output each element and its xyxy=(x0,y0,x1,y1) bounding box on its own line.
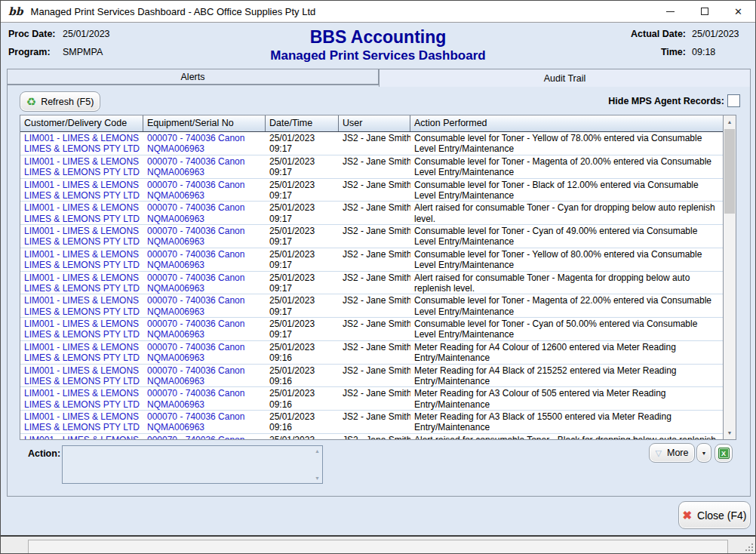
tab-alerts-label: Alerts xyxy=(181,72,205,82)
cell-action: Consumable level for Toner - Yellow of 7… xyxy=(410,132,723,155)
column-header-action[interactable]: Action Performed xyxy=(410,115,723,131)
table-body: LIM001 - LIMES & LEMONS LIMES & LEMONS P… xyxy=(20,132,723,439)
close-window-button[interactable]: ✕ xyxy=(721,1,755,22)
table-scrollbar[interactable]: ▲ ▼ xyxy=(723,115,736,439)
scroll-up-button[interactable]: ▲ xyxy=(724,115,736,128)
cell-customer: LIM001 - LIMES & LEMONS LIMES & LEMONS P… xyxy=(20,132,143,155)
scrollbar-thumb[interactable] xyxy=(724,129,735,214)
export-excel-button[interactable]: X xyxy=(715,444,733,463)
cell-customer: LIM001 - LIMES & LEMONS LIMES & LEMONS P… xyxy=(20,411,143,433)
action-scroll-up-icon[interactable]: ▲ xyxy=(315,448,320,454)
cell-action: Alert raised for consumable Toner - Blac… xyxy=(410,434,723,439)
hide-mps-checkbox[interactable] xyxy=(727,94,740,107)
table-row[interactable]: LIM001 - LIMES & LEMONS LIMES & LEMONS P… xyxy=(20,365,723,388)
column-header-customer[interactable]: Customer/Delivery Code xyxy=(20,115,143,131)
cell-datetime: 25/01/2023 09:16 xyxy=(266,411,339,433)
dropdown-arrow-icon: ▼ xyxy=(702,451,707,456)
cell-equipment: 000070 - 740036 Canon NQMA006963 xyxy=(143,318,266,340)
table-row[interactable]: LIM001 - LIMES & LEMONS LIMES & LEMONS P… xyxy=(20,202,723,225)
cell-equipment: 000070 - 740036 Canon NQMA006963 xyxy=(143,294,266,317)
cell-customer: LIM001 - LIMES & LEMONS LIMES & LEMONS P… xyxy=(20,318,143,340)
cell-user: JS2 - Jane Smith xyxy=(339,272,410,294)
actual-date-value: 25/01/2023 xyxy=(692,29,748,39)
tab-audit-trail[interactable]: Audit Trail xyxy=(379,69,751,87)
status-bar-inset xyxy=(28,540,728,554)
cell-customer: LIM001 - LIMES & LEMONS LIMES & LEMONS P… xyxy=(20,434,143,439)
maximize-icon xyxy=(701,8,708,15)
action-field-wrap: ▲ ▼ xyxy=(62,445,323,484)
cell-customer: LIM001 - LIMES & LEMONS LIMES & LEMONS P… xyxy=(20,179,143,202)
cell-action: Meter Reading for A4 Colour of 12600 ent… xyxy=(410,341,723,364)
hide-mps-label: Hide MPS Agent Records: xyxy=(608,96,724,106)
column-header-user[interactable]: User xyxy=(339,115,410,131)
table-row[interactable]: LIM001 - LIMES & LEMONS LIMES & LEMONS P… xyxy=(20,341,723,365)
cell-datetime: 25/01/2023 09:17 xyxy=(266,272,339,294)
cell-action: Alert raised for consumable Toner - Mage… xyxy=(410,272,723,294)
cell-action: Alert raised for consumable Toner - Cyan… xyxy=(410,202,723,224)
cell-action: Meter Reading for A4 Black of 215252 ent… xyxy=(410,365,723,387)
cell-datetime: 25/01/2023 09:16 xyxy=(266,365,339,387)
cell-datetime: 25/01/2023 09:17 xyxy=(266,155,339,178)
table-row[interactable]: LIM001 - LIMES & LEMONS LIMES & LEMONS P… xyxy=(20,411,723,434)
cell-user: JS2 - Jane Smith xyxy=(339,365,410,387)
table-row[interactable]: LIM001 - LIMES & LEMONS LIMES & LEMONS P… xyxy=(20,225,723,248)
cell-equipment: 000070 - 740036 Canon NQMA006963 xyxy=(143,132,266,155)
column-header-datetime[interactable]: Date/Time xyxy=(266,115,339,131)
cell-equipment: 000070 - 740036 Canon NQMA006963 xyxy=(143,179,266,202)
table-row[interactable]: LIM001 - LIMES & LEMONS LIMES & LEMONS P… xyxy=(20,155,723,179)
close-button[interactable]: ✖ Close (F4) xyxy=(678,501,751,529)
refresh-icon: ♻ xyxy=(26,96,36,107)
cell-user: JS2 - Jane Smith xyxy=(339,294,410,317)
audit-trail-panel: ♻ Refresh (F5) Hide MPS Agent Records: C… xyxy=(7,85,751,497)
cell-equipment: 000070 - 740036 Canon NQMA006963 xyxy=(143,272,266,294)
cell-datetime: 25/01/2023 09:17 xyxy=(266,318,339,340)
cell-action: Meter Reading for A3 Colour of 505 enter… xyxy=(410,387,723,410)
header: Proc Date: 25/01/2023 Program: SMPMPA BB… xyxy=(1,23,755,68)
action-scroll-down-icon[interactable]: ▼ xyxy=(315,476,320,481)
table-row[interactable]: LIM001 - LIMES & LEMONS LIMES & LEMONS P… xyxy=(20,318,723,341)
titlebar: bb Managed Print Services Dashboard - AB… xyxy=(1,1,755,23)
table-row[interactable]: LIM001 - LIMES & LEMONS LIMES & LEMONS P… xyxy=(20,387,723,411)
cell-customer: LIM001 - LIMES & LEMONS LIMES & LEMONS P… xyxy=(20,248,143,271)
actual-date-label: Actual Date: xyxy=(631,29,686,39)
table-row[interactable]: LIM001 - LIMES & LEMONS LIMES & LEMONS P… xyxy=(20,434,723,439)
more-dropdown-button[interactable]: ▼ xyxy=(696,443,711,463)
cell-customer: LIM001 - LIMES & LEMONS LIMES & LEMONS P… xyxy=(20,202,143,224)
audit-table: Customer/Delivery Code Equipment/Serial … xyxy=(20,115,736,440)
cell-customer: LIM001 - LIMES & LEMONS LIMES & LEMONS P… xyxy=(20,225,143,248)
refresh-button[interactable]: ♻ Refresh (F5) xyxy=(20,91,100,112)
action-label: Action: xyxy=(28,448,60,459)
table-row[interactable]: LIM001 - LIMES & LEMONS LIMES & LEMONS P… xyxy=(20,248,723,272)
resize-grip-icon[interactable] xyxy=(745,543,753,551)
excel-export-icon: X xyxy=(718,448,730,459)
column-header-equipment[interactable]: Equipment/Serial No xyxy=(143,115,266,131)
cell-datetime: 25/01/2023 09:17 xyxy=(266,179,339,202)
table-row[interactable]: LIM001 - LIMES & LEMONS LIMES & LEMONS P… xyxy=(20,294,723,318)
cell-user: JS2 - Jane Smith xyxy=(339,132,410,155)
app-logo-icon: bb xyxy=(8,5,23,17)
status-bar xyxy=(1,535,755,553)
cell-user: JS2 - Jane Smith xyxy=(339,387,410,410)
table-header-row: Customer/Delivery Code Equipment/Serial … xyxy=(20,115,723,132)
app-window: bb Managed Print Services Dashboard - AB… xyxy=(0,0,756,554)
cell-datetime: 25/01/2023 09:17 xyxy=(266,202,339,224)
scroll-down-button[interactable]: ▼ xyxy=(724,426,736,439)
cell-user: JS2 - Jane Smith xyxy=(339,202,410,224)
action-field[interactable] xyxy=(63,446,322,483)
minimize-button[interactable] xyxy=(653,1,687,22)
table-row[interactable]: LIM001 - LIMES & LEMONS LIMES & LEMONS P… xyxy=(20,179,723,202)
tab-audit-trail-label: Audit Trail xyxy=(544,73,586,84)
close-button-label: Close (F4) xyxy=(697,509,746,522)
tab-alerts[interactable]: Alerts xyxy=(7,69,379,85)
maximize-button[interactable] xyxy=(687,1,721,22)
cell-action: Consumable level for Toner - Magenta of … xyxy=(410,294,723,317)
cell-equipment: 000070 - 740036 Canon NQMA006963 xyxy=(143,202,266,224)
more-button[interactable]: ▽ More xyxy=(649,443,695,463)
cell-equipment: 000070 - 740036 Canon NQMA006963 xyxy=(143,434,266,439)
cell-equipment: 000070 - 740036 Canon NQMA006963 xyxy=(143,365,266,387)
cell-user: JS2 - Jane Smith xyxy=(339,411,410,433)
table-row[interactable]: LIM001 - LIMES & LEMONS LIMES & LEMONS P… xyxy=(20,272,723,295)
cell-action: Consumable level for Toner - Cyan of 49.… xyxy=(410,225,723,248)
cell-user: JS2 - Jane Smith xyxy=(339,179,410,202)
table-row[interactable]: LIM001 - LIMES & LEMONS LIMES & LEMONS P… xyxy=(20,132,723,155)
